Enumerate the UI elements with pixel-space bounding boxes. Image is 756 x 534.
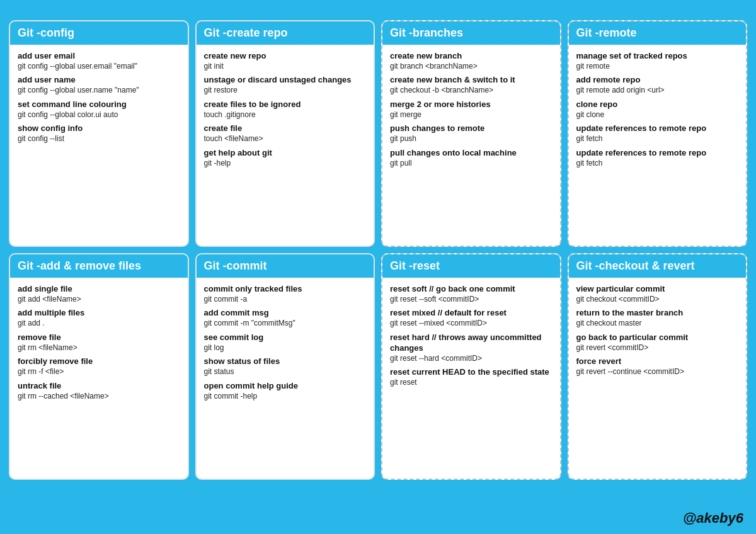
cmd-label: create file [204, 123, 367, 134]
main-grid: Git -configadd user emailgit config --gl… [0, 20, 756, 486]
cmd-group: add commit msggit commit -m "commitMsg" [204, 308, 367, 328]
cmd-code: git checkout master [576, 319, 739, 329]
cmd-label: view particular commit [576, 284, 739, 295]
cmd-label: create new repo [204, 51, 367, 62]
cmd-group: add remote repogit remote add origin <ur… [576, 75, 739, 95]
cmd-label: reset current HEAD to the specified stat… [390, 367, 553, 378]
cmd-group: reset mixed // default for resetgit rese… [390, 308, 553, 328]
cmd-group: create new branchgit branch <branchName> [390, 51, 553, 71]
cmd-label: update references to remote repo [576, 148, 739, 159]
cmd-code: git revert <commitID> [576, 343, 739, 353]
cmd-code: git config --list [18, 134, 180, 144]
cmd-group: update references to remote repogit fetc… [576, 148, 739, 168]
cmd-label: reset mixed // default for reset [390, 308, 553, 319]
cmd-code: git config --global color.ui auto [18, 110, 180, 120]
cmd-group: create files to be ignoredtouch .gitigno… [204, 99, 367, 120]
cmd-group: go back to particular commitgit revert <… [576, 332, 739, 353]
card-remote: Git -remotemanage set of tracked reposgi… [568, 20, 748, 247]
cmd-group: return to the master branchgit checkout … [576, 308, 739, 328]
cmd-code: git init [204, 62, 367, 72]
cmd-label: add commit msg [204, 308, 367, 319]
cmd-code: git rm --cached <fileName> [18, 392, 180, 402]
cmd-group: forcibly remove filegit rm -f <file> [18, 356, 180, 377]
card-commit: Git -commitcommit only tracked filesgit … [195, 253, 375, 480]
card-reset: Git -resetreset soft // go back one comm… [381, 253, 561, 480]
card-body-reset: reset soft // go back one commitgit rese… [382, 278, 560, 479]
watermark: @akebу6 [683, 510, 743, 526]
card-branches: Git -branchescreate new branchgit branch… [381, 20, 561, 247]
card-body-remote: manage set of tracked reposgit remoteadd… [569, 45, 747, 246]
cmd-label: clone repo [576, 99, 739, 110]
cmd-code: git clone [576, 110, 739, 120]
cmd-group: force revertgit revert --continue <commi… [576, 356, 739, 377]
cmd-code: git checkout -b <branchName> [390, 86, 553, 96]
cmd-label: update references to remote repo [576, 123, 739, 134]
cmd-label: forcibly remove file [18, 356, 180, 367]
cmd-code: git checkout <commitID> [576, 295, 739, 305]
card-header-checkout-revert: Git -checkout & revert [569, 254, 747, 278]
cmd-group: create new repogit init [204, 51, 367, 71]
cmd-code: touch .gitignore [204, 110, 367, 120]
cmd-label: untrack file [18, 381, 180, 392]
cmd-label: go back to particular commit [576, 332, 739, 343]
cmd-code: git pull [390, 159, 553, 169]
cmd-group: show config infogit config --list [18, 123, 180, 144]
cmd-code: git add <fileName> [18, 295, 180, 305]
card-header-create-repo: Git -create repo [197, 21, 374, 45]
cmd-code: git config --global user.email "email" [18, 62, 180, 72]
cmd-label: reset hard // throws away uncommitted ch… [390, 332, 553, 354]
cmd-code: git commit -m "commitMsg" [204, 319, 367, 329]
cmd-group: clone repogit clone [576, 99, 739, 120]
cmd-code: git reset [390, 378, 553, 388]
cmd-group: add multiple filesgit add . [18, 308, 180, 328]
card-body-add-remove: add single filegit add <fileName>add mul… [10, 278, 188, 479]
cmd-code: git branch <branchName> [390, 62, 553, 72]
cmd-group: add user emailgit config --global user.e… [18, 51, 180, 71]
cmd-code: git commit -help [204, 392, 367, 402]
cmd-label: return to the master branch [576, 308, 739, 319]
cmd-label: push changes to remote [390, 123, 553, 134]
cmd-label: create new branch [390, 51, 553, 62]
cmd-code: git log [204, 343, 367, 353]
card-config: Git -configadd user emailgit config --gl… [9, 20, 189, 247]
cmd-group: show status of filesgit status [204, 356, 367, 377]
cmd-label: add multiple files [18, 308, 180, 319]
cmd-group: commit only tracked filesgit commit -a [204, 284, 367, 304]
cmd-label: show status of files [204, 356, 367, 367]
card-body-checkout-revert: view particular commitgit checkout <comm… [569, 278, 747, 479]
cmd-group: create new branch & switch to itgit chec… [390, 75, 553, 95]
cmd-group: create filetouch <fileName> [204, 123, 367, 144]
cmd-code: git add . [18, 319, 180, 329]
cmd-label: add remote repo [576, 75, 739, 86]
card-header-commit: Git -commit [197, 254, 374, 278]
cmd-label: add user name [18, 75, 180, 86]
cmd-code: git status [204, 367, 367, 377]
cmd-label: pull changes onto local machine [390, 148, 553, 159]
cmd-label: add user email [18, 51, 180, 62]
cmd-group: reset hard // throws away uncommitted ch… [390, 332, 553, 363]
cmd-label: add single file [18, 284, 180, 295]
card-header-config: Git -config [10, 21, 188, 45]
cmd-label: reset soft // go back one commit [390, 284, 553, 295]
cmd-label: create new branch & switch to it [390, 75, 553, 86]
cmd-group: add single filegit add <fileName> [18, 284, 180, 304]
cmd-group: pull changes onto local machinegit pull [390, 148, 553, 168]
cmd-label: create files to be ignored [204, 99, 367, 110]
cmd-code: touch <fileName> [204, 134, 367, 144]
cmd-label: show config info [18, 123, 180, 134]
cmd-code: git restore [204, 86, 367, 96]
cmd-group: add user namegit config --global user.na… [18, 75, 180, 95]
cmd-code: git remote [576, 62, 739, 72]
card-create-repo: Git -create repocreate new repogit initu… [195, 20, 375, 247]
cmd-group: view particular commitgit checkout <comm… [576, 284, 739, 304]
cmd-label: manage set of tracked repos [576, 51, 739, 62]
cmd-code: git push [390, 134, 553, 144]
cmd-code: git reset --soft <commitID> [390, 295, 553, 305]
card-checkout-revert: Git -checkout & revertview particular co… [568, 253, 748, 480]
cmd-group: untrack filegit rm --cached <fileName> [18, 381, 180, 401]
cmd-group: unstage or discard unstaged changesgit r… [204, 75, 367, 95]
card-add-remove: Git -add & remove filesadd single filegi… [9, 253, 189, 480]
cmd-group: update references to remote repogit fetc… [576, 123, 739, 144]
cmd-label: open commit help guide [204, 381, 367, 392]
cmd-group: merge 2 or more historiesgit merge [390, 99, 553, 120]
